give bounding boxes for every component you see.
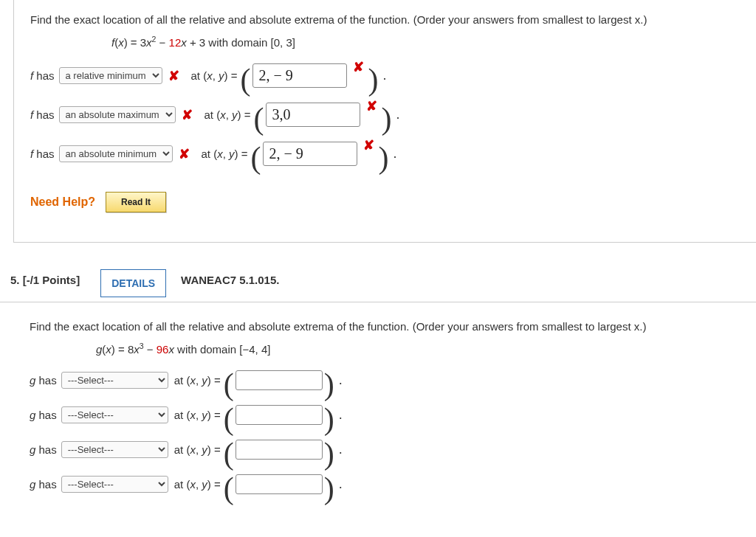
atxy-label: at (x, y) = (174, 409, 221, 421)
q5-prompt: Find the exact location of all the relat… (30, 320, 756, 333)
q5-header: 5. [-/1 Points] DETAILS WANEAC7 5.1.015. (0, 265, 756, 302)
question-5-block: Find the exact location of all the relat… (0, 302, 756, 494)
atxy-label: at (x, y) = (205, 108, 251, 121)
q5-row-4: g has ---Select--- at (x, y) = ( ) . (30, 474, 756, 494)
extremum-type-select[interactable]: ---Select--- (61, 441, 168, 458)
atxy-label: at (x, y) = (191, 69, 238, 82)
x-mark-icon: ✘ (179, 146, 190, 162)
atxy-label: at (x, y) = (174, 443, 221, 456)
period: . (339, 477, 343, 492)
extremum-type-select[interactable]: a relative minimum (59, 67, 162, 84)
period: . (394, 146, 397, 162)
period: . (339, 373, 343, 388)
atxy-label: at (x, y) = (174, 374, 221, 387)
need-help-label: Need Help? (30, 195, 95, 209)
need-help-row: Need Help? Read It (30, 192, 740, 212)
extremum-type-select[interactable]: ---Select--- (61, 406, 168, 423)
ghas-label: g has (30, 478, 57, 491)
extremum-type-select[interactable]: ---Select--- (61, 372, 168, 389)
answer-input[interactable] (236, 474, 323, 494)
x-mark-icon: ✘ (168, 68, 179, 84)
problem-code: WANEAC7 5.1.015. (176, 265, 284, 302)
x-mark-icon: ✘ (366, 98, 377, 114)
q1-function: f(x) = 3x2 − 12x + 3 with domain [0, 3] (111, 35, 740, 49)
answer-input[interactable] (236, 440, 323, 460)
answer-input[interactable] (236, 405, 323, 425)
atxy-label: at (x, y) = (174, 478, 221, 491)
extremum-type-select[interactable]: an absolute maximum (59, 106, 176, 123)
answer-input[interactable] (263, 142, 357, 166)
q5-row-2: g has ---Select--- at (x, y) = ( ) . (30, 405, 756, 425)
q1-row-1: f has a relative minimum ✘ at (x, y) = (… (30, 63, 740, 88)
read-it-button[interactable]: Read It (106, 192, 166, 212)
x-mark-icon: ✘ (363, 137, 374, 153)
question-1-block: Find the exact location of all the relat… (13, 0, 756, 243)
q5-row-3: g has ---Select--- at (x, y) = ( ) . (30, 440, 756, 460)
fhas-label: f has (30, 148, 55, 160)
q1-row-3: f has an absolute minimum ✘ at (x, y) = … (30, 142, 740, 166)
period: . (396, 107, 400, 122)
fhas-label: f has (30, 108, 55, 121)
answer-input[interactable] (236, 370, 323, 390)
fhas-label: f has (30, 69, 55, 82)
answer-input[interactable] (252, 63, 347, 88)
answer-input[interactable] (266, 103, 360, 127)
extremum-type-select[interactable]: ---Select--- (61, 476, 168, 493)
details-button[interactable]: DETAILS (100, 269, 166, 297)
period: . (339, 407, 343, 423)
x-mark-icon: ✘ (353, 59, 364, 75)
atxy-label: at (x, y) = (202, 148, 248, 160)
q5-function: g(x) = 8x3 − 96x with domain [−4, 4] (96, 342, 756, 356)
x-mark-icon: ✘ (182, 107, 193, 123)
points-label: 5. [-/1 Points] (0, 265, 90, 302)
q1-prompt: Find the exact location of all the relat… (30, 13, 740, 26)
ghas-label: g has (30, 443, 57, 456)
ghas-label: g has (30, 374, 57, 387)
period: . (383, 68, 387, 83)
extremum-type-select[interactable]: an absolute minimum (59, 145, 173, 162)
period: . (339, 442, 343, 457)
q5-row-1: g has ---Select--- at (x, y) = ( ) . (30, 370, 756, 390)
ghas-label: g has (30, 409, 57, 421)
q1-row-2: f has an absolute maximum ✘ at (x, y) = … (30, 103, 740, 127)
